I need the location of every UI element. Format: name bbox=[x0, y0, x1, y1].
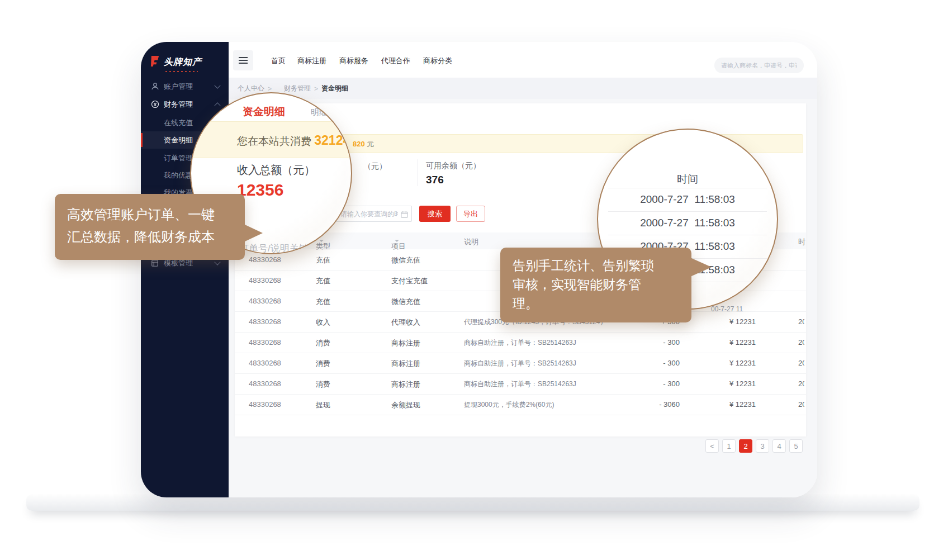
divider bbox=[608, 235, 767, 235]
nav-item-service[interactable]: 商标服务 bbox=[339, 56, 368, 66]
brand-logo[interactable]: 头牌知产 bbox=[150, 55, 202, 69]
magnified-income-label: 收入总额（元） bbox=[237, 163, 315, 178]
divider bbox=[418, 159, 418, 186]
brand-logo-icon bbox=[150, 55, 160, 69]
breadcrumb: 个人中心 > 财务管理 > 资金明细 bbox=[229, 78, 817, 99]
banner-amount-fragment: 820 元 bbox=[353, 139, 374, 149]
breadcrumb-separator: > bbox=[268, 85, 272, 93]
finance-icon bbox=[151, 100, 160, 108]
export-button[interactable]: 导出 bbox=[456, 206, 485, 222]
magnified-time-row: 2000-7-27 11:58:03 bbox=[598, 217, 777, 229]
divider bbox=[608, 211, 767, 212]
expense-label-fragment: （元） bbox=[363, 162, 387, 172]
pagination-page-4[interactable]: 4 bbox=[772, 439, 786, 453]
pagination: < 1 2 3 4 5 bbox=[229, 439, 803, 453]
nav-item-register[interactable]: 商标注册 bbox=[297, 56, 326, 66]
callout-left: 高效管理账户订单、一键 汇总数据，降低财务成本 bbox=[55, 194, 245, 260]
nav-item-category[interactable]: 商标分类 bbox=[423, 56, 452, 66]
template-icon bbox=[151, 259, 160, 267]
pagination-page-5[interactable]: 5 bbox=[789, 439, 803, 453]
magnified-banner-text: 您在本站共消费 32124 元 bbox=[237, 133, 352, 149]
table-row: 48330268 提现 余额提现 提现3000元，手续费2%(60元) - 30… bbox=[235, 394, 806, 415]
breadcrumb-item[interactable]: 财务管理 bbox=[284, 84, 311, 93]
sidebar-item-account[interactable]: 账户管理 bbox=[141, 78, 229, 95]
nav-item-home[interactable]: 首页 bbox=[271, 56, 286, 66]
pagination-page-2-active[interactable]: 2 bbox=[739, 439, 752, 453]
page: 头牌知产 账户管理 财务管理 在线充值 资金明细 bbox=[0, 0, 948, 560]
pagination-page-1[interactable]: 1 bbox=[722, 439, 736, 453]
top-nav: 首页 商标注册 商标服务 代理合作 商标分类 bbox=[229, 42, 817, 78]
callout-right-arrow bbox=[690, 258, 712, 277]
chevron-down-icon bbox=[214, 259, 220, 265]
breadcrumb-item[interactable]: 个人中心 bbox=[238, 84, 264, 93]
breadcrumb-current: 资金明细 bbox=[321, 84, 348, 93]
calendar-icon bbox=[401, 210, 408, 217]
divider bbox=[608, 188, 767, 188]
brand-name: 头牌知产 bbox=[164, 56, 202, 68]
table-row: 48330268 消费 商标注册 商标自助注册，订单号：SB2514263J -… bbox=[235, 373, 806, 395]
callout-left-arrow bbox=[244, 224, 263, 242]
balance-label: 可用余额（元） bbox=[426, 161, 481, 171]
search-button[interactable]: 搜索 bbox=[419, 206, 451, 222]
breadcrumb-separator: > bbox=[314, 85, 318, 93]
search-input[interactable] bbox=[714, 58, 804, 73]
sidebar-item-finance[interactable]: 财务管理 bbox=[141, 96, 229, 113]
magnified-active-tab: 资金明细 bbox=[243, 105, 285, 119]
column-time: 时间 bbox=[798, 237, 805, 247]
table-row: 48330268 消费 商标注册 商标自助注册，订单号：SB2514263J -… bbox=[235, 353, 806, 374]
chevron-down-icon bbox=[214, 82, 220, 88]
column-desc: 说明 bbox=[464, 237, 478, 247]
nav-item-agency[interactable]: 代理合作 bbox=[381, 56, 410, 66]
sidebar: 头牌知产 账户管理 财务管理 在线充值 资金明细 bbox=[141, 42, 229, 497]
pagination-page-3[interactable]: 3 bbox=[756, 439, 769, 453]
magnified-time-row: 2000-7-27 11:58:03 bbox=[598, 193, 777, 206]
hamburger-menu-icon[interactable] bbox=[233, 50, 253, 70]
callout-right: 告别手工统计、告别繁琐 审核，实现智能财务管 理。 bbox=[500, 248, 691, 322]
pagination-prev-button[interactable]: < bbox=[705, 439, 719, 453]
chevron-up-icon bbox=[214, 102, 220, 108]
column-item[interactable]: 项目 bbox=[391, 237, 399, 245]
brand-tagline-dots bbox=[165, 71, 198, 72]
balance-value: 376 bbox=[426, 174, 444, 186]
magnified-time-header: 时间 bbox=[598, 172, 777, 187]
time-fragment-text: 00-7-27 11 bbox=[711, 305, 743, 313]
user-icon bbox=[151, 82, 160, 91]
table-row: 48330268 消费 商标注册 商标自助注册，订单号：SB2514263J -… bbox=[235, 332, 806, 353]
